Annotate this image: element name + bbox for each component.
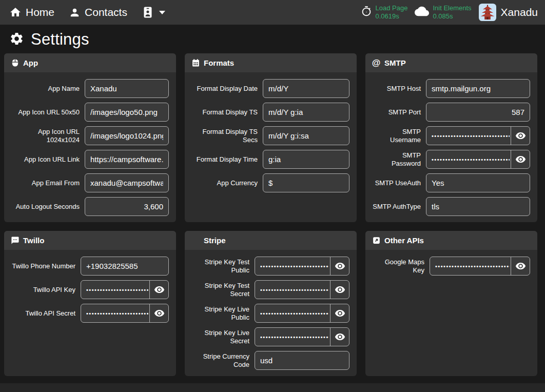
input-group bbox=[263, 150, 349, 169]
eye-toggle-button[interactable] bbox=[149, 281, 168, 299]
smtp-authtype-input[interactable] bbox=[426, 198, 530, 215]
field-row: Format Display Date bbox=[192, 79, 349, 98]
field-row: App Name bbox=[11, 79, 169, 98]
top-navbar: Home Contacts bbox=[0, 0, 545, 25]
app-name-input[interactable] bbox=[85, 80, 168, 97]
twillo-api-key-input[interactable] bbox=[81, 281, 149, 299]
field-row: Format Display TS bbox=[192, 103, 349, 122]
nav-user-menu[interactable] bbox=[142, 6, 165, 19]
input-group bbox=[426, 79, 530, 98]
panel-title: SMTP bbox=[384, 58, 406, 67]
app-icon-url-link-input[interactable] bbox=[85, 150, 168, 168]
stripe-key-test-secret-label: Stripe Key Test Secret bbox=[192, 282, 249, 298]
panel-other-apis: Other APIs Google Maps Key bbox=[365, 231, 537, 376]
panel-twillo: Twillo Twillo Phone NumberTwillo API Key… bbox=[4, 231, 176, 376]
field-row: Auto Logout Seconds bbox=[11, 197, 169, 216]
smtp-password-input[interactable] bbox=[426, 150, 511, 168]
eye-toggle-button[interactable] bbox=[511, 150, 530, 168]
app-currency-label: App Currency bbox=[192, 179, 258, 187]
app-email-from-label: App Email From bbox=[11, 179, 80, 187]
nav-home-label: Home bbox=[26, 6, 54, 18]
google-maps-key-label: Google Maps Key bbox=[373, 258, 424, 274]
input-group bbox=[81, 280, 169, 299]
input-group bbox=[255, 351, 349, 370]
stripe-key-test-secret-input[interactable] bbox=[255, 281, 330, 299]
twillo-phone-number-label: Twillo Phone Number bbox=[11, 262, 75, 270]
input-group bbox=[426, 103, 530, 122]
input-group bbox=[85, 150, 169, 169]
input-group bbox=[255, 257, 349, 276]
twillo-api-secret-input[interactable] bbox=[81, 304, 149, 322]
person-icon bbox=[69, 7, 81, 18]
smtp-port-input[interactable] bbox=[426, 103, 530, 121]
stripe-key-live-secret-input[interactable] bbox=[255, 328, 330, 346]
eye-toggle-button[interactable] bbox=[330, 304, 349, 322]
app-icon-url-1024x1024-label: App Icon URL 1024x1024 bbox=[11, 128, 80, 144]
field-row: App Icon URL 1024x1024 bbox=[11, 126, 169, 145]
smtp-useauth-input[interactable] bbox=[426, 174, 530, 192]
eye-toggle-button[interactable] bbox=[330, 328, 349, 346]
format-display-ts-secs-input[interactable] bbox=[263, 127, 349, 145]
input-group bbox=[85, 79, 169, 98]
smtp-host-input[interactable] bbox=[426, 80, 530, 97]
eye-toggle-button[interactable] bbox=[511, 127, 530, 145]
panel-smtp: @ SMTP SMTP HostSMTP PortSMTP UsernameSM… bbox=[365, 53, 537, 222]
field-row: Stripe Key Test Public bbox=[192, 257, 349, 276]
input-group bbox=[255, 304, 349, 323]
panel-app: App App NameApp Icon URL 50x50App Icon U… bbox=[4, 53, 176, 222]
eye-toggle-button[interactable] bbox=[330, 257, 349, 275]
panel-formats: Formats Format Display DateFormat Displa… bbox=[185, 53, 357, 222]
format-display-ts-input[interactable] bbox=[263, 103, 349, 121]
smtp-port-label: SMTP Port bbox=[373, 108, 421, 116]
auto-logout-seconds-label: Auto Logout Seconds bbox=[11, 203, 80, 211]
format-display-date-input[interactable] bbox=[263, 80, 349, 97]
id-badge-icon bbox=[142, 6, 154, 19]
input-group bbox=[426, 173, 530, 192]
calendar-icon bbox=[191, 58, 200, 68]
field-row: SMTP Password bbox=[373, 150, 530, 169]
input-group bbox=[426, 197, 530, 216]
load-page-label: Load Page bbox=[376, 4, 408, 12]
panel-title: Stripe bbox=[204, 236, 226, 245]
smtp-username-input[interactable] bbox=[426, 127, 511, 145]
gear-icon bbox=[9, 31, 24, 48]
field-row: Twillo API Key bbox=[11, 280, 169, 299]
twillo-api-key-label: Twillo API Key bbox=[11, 286, 75, 294]
format-display-ts-secs-label: Format Display TS Secs bbox=[192, 128, 258, 144]
eye-toggle-button[interactable] bbox=[330, 281, 349, 299]
panel-stripe: Stripe Stripe Key Test PublicStripe Key … bbox=[185, 231, 357, 376]
input-group bbox=[263, 173, 349, 192]
twillo-phone-number-input[interactable] bbox=[81, 257, 168, 275]
external-link-icon bbox=[372, 236, 381, 245]
stripe-key-test-public-input[interactable] bbox=[255, 257, 330, 275]
eye-toggle-button[interactable] bbox=[149, 304, 168, 322]
smtp-authtype-label: SMTP AuthType bbox=[373, 203, 421, 211]
smtp-host-label: SMTP Host bbox=[373, 85, 421, 93]
stripe-currency-code-input[interactable] bbox=[255, 351, 349, 369]
nav-home[interactable]: Home bbox=[9, 6, 54, 18]
google-maps-key-input[interactable] bbox=[430, 257, 511, 275]
format-display-ts-label: Format Display TS bbox=[192, 108, 258, 116]
app-email-from-input[interactable] bbox=[85, 174, 168, 192]
format-display-time-input[interactable] bbox=[263, 150, 349, 168]
stripe-currency-code-label: Stripe Currency Code bbox=[192, 352, 249, 368]
input-group bbox=[263, 103, 349, 122]
auto-logout-seconds-input[interactable] bbox=[85, 198, 168, 215]
stopwatch-icon bbox=[361, 6, 372, 19]
field-row: SMTP AuthType bbox=[373, 197, 530, 216]
eye-toggle-button[interactable] bbox=[511, 257, 530, 275]
sms-bubble-icon bbox=[10, 236, 20, 245]
panel-stripe-header: Stripe bbox=[185, 231, 357, 250]
app-currency-input[interactable] bbox=[263, 174, 349, 192]
panel-smtp-header: @ SMTP bbox=[365, 53, 537, 72]
nav-contacts[interactable]: Contacts bbox=[69, 6, 127, 18]
panel-app-header: App bbox=[4, 53, 176, 72]
app-icon-url-50x50-input[interactable] bbox=[85, 103, 168, 121]
input-group bbox=[85, 197, 169, 216]
bottom-strip bbox=[0, 383, 545, 392]
app-icon-url-1024x1024-input[interactable] bbox=[85, 127, 168, 145]
stripe-key-live-public-input[interactable] bbox=[255, 304, 330, 322]
stripe-icon-placeholder bbox=[191, 236, 200, 245]
input-group bbox=[263, 126, 349, 145]
app-brand[interactable]: Xanadu bbox=[479, 4, 538, 21]
